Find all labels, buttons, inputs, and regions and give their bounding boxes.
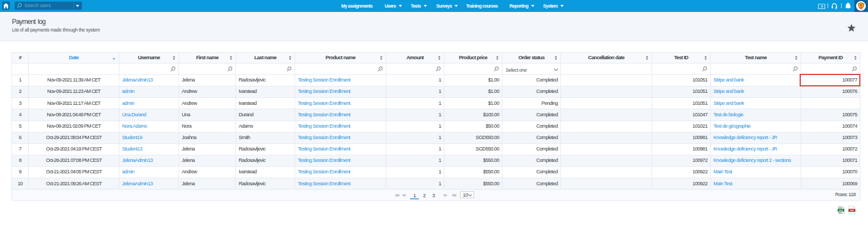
svg-text:PDF: PDF (850, 210, 854, 212)
svg-text:XLS: XLS (839, 210, 843, 212)
svg-text:?: ? (820, 4, 823, 9)
